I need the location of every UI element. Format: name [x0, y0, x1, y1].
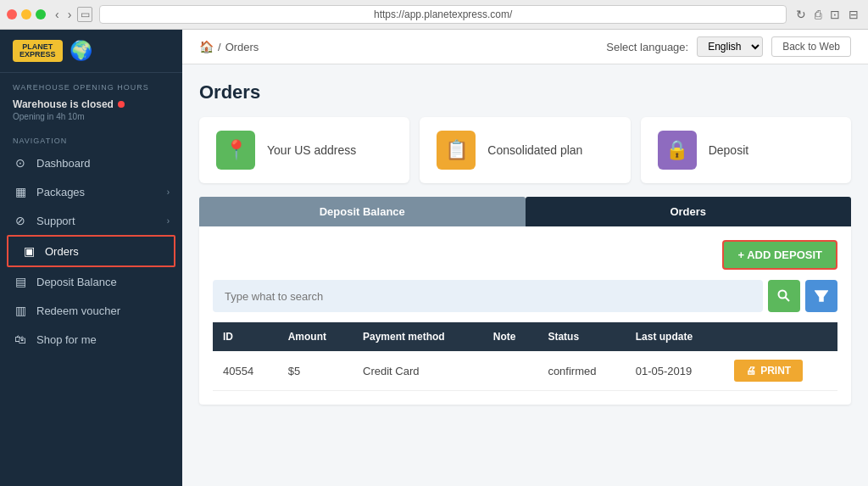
share-button[interactable]: ⎙ [812, 8, 824, 21]
deposit-balance-icon: ▤ [13, 275, 28, 288]
cell-amount: $5 [278, 351, 353, 391]
svg-line-1 [786, 298, 790, 302]
language-select[interactable]: English [697, 36, 763, 57]
top-bar-right: Select language: English Back to Web [606, 36, 851, 57]
maximize-button[interactable] [36, 9, 46, 20]
status-dot-icon [118, 101, 125, 108]
warehouse-status-text: Warehouse is closed [13, 98, 170, 110]
language-label: Select language: [606, 41, 688, 53]
sidebar-item-redeem-voucher-label: Redeem voucher [36, 304, 120, 317]
sidebar-item-support-label: Support [36, 215, 75, 227]
cell-note [483, 351, 538, 391]
support-arrow-icon: › [167, 216, 170, 226]
warehouse-section-title: WAREHOUSE OPENING HOURS [0, 73, 182, 95]
main-content: 🏠 / Orders Select language: English Back… [182, 30, 868, 486]
window-button[interactable]: ⊟ [846, 8, 861, 21]
breadcrumb-home-icon[interactable]: 🏠 [199, 40, 214, 53]
sidebar-item-shop-for-me[interactable]: 🛍 Shop for me [0, 325, 182, 354]
col-status: Status [537, 322, 625, 351]
consolidated-plan-icon: 📋 [437, 131, 476, 170]
top-bar: 🏠 / Orders Select language: English Back… [182, 30, 868, 64]
sidebar-item-dashboard-label: Dashboard [36, 157, 91, 170]
cell-last-update: 01-05-2019 [626, 351, 724, 391]
dashboard-icon: ⊙ [13, 156, 28, 170]
content-area: + ADD DEPOSIT [199, 226, 851, 405]
close-button[interactable] [7, 9, 17, 20]
support-icon: ⊘ [13, 214, 28, 227]
sidebar-item-deposit-balance[interactable]: ▤ Deposit Balance [0, 267, 182, 296]
warehouse-status-area: Warehouse is closed Opening in 4h 10m [0, 95, 182, 128]
page-body: Orders 📍 Your US address 📋 Consolidated … [182, 64, 868, 486]
svg-point-0 [779, 291, 787, 299]
shop-for-me-icon: 🛍 [13, 332, 28, 346]
refresh-button[interactable]: ↻ [793, 8, 809, 21]
search-row [213, 280, 837, 312]
sidebar-item-deposit-balance-label: Deposit Balance [36, 276, 117, 288]
cell-status: confirmed [537, 351, 625, 391]
deposit-card[interactable]: 🔒 Deposit [641, 117, 851, 183]
col-note: Note [483, 322, 538, 351]
logo-express-text: EXPRESS [19, 51, 56, 59]
browser-chrome: ‹ › ▭ https://app.planetexpress.com/ ↻ ⎙… [0, 0, 868, 30]
filter-button[interactable] [805, 280, 837, 312]
orders-table: ID Amount Payment method Note Status Las… [213, 322, 837, 391]
logo-box: PLANET EXPRESS [13, 40, 63, 62]
sidebar-item-packages-label: Packages [36, 186, 85, 198]
back-button[interactable]: ‹ [53, 7, 62, 22]
sidebar: PLANET EXPRESS 🌍 WAREHOUSE OPENING HOURS… [0, 30, 182, 486]
minimize-button[interactable] [21, 9, 31, 20]
us-address-card[interactable]: 📍 Your US address [199, 117, 409, 183]
app-wrapper: PLANET EXPRESS 🌍 WAREHOUSE OPENING HOURS… [0, 30, 868, 486]
orders-icon: ▣ [21, 244, 36, 258]
filter-icon [815, 289, 828, 303]
col-amount: Amount [278, 322, 353, 351]
cell-payment-method: Credit Card [353, 351, 483, 391]
sidebar-item-orders-label: Orders [45, 245, 79, 258]
col-payment-method: Payment method [353, 322, 483, 351]
search-input[interactable] [213, 280, 763, 312]
print-icon: 🖨 [746, 365, 756, 377]
search-button[interactable] [768, 280, 800, 312]
consolidated-plan-label: Consolidated plan [487, 143, 582, 157]
traffic-lights [7, 9, 46, 20]
col-action [724, 322, 837, 351]
cell-id: 40554 [213, 351, 278, 391]
breadcrumb-separator: / [218, 41, 221, 53]
deposit-icon: 🔒 [658, 131, 697, 170]
sidebar-logo: PLANET EXPRESS 🌍 [0, 30, 182, 73]
logo-globe-icon: 🌍 [70, 40, 92, 62]
sidebar-item-support[interactable]: ⊘ Support › [0, 206, 182, 235]
add-deposit-row: + ADD DEPOSIT [213, 240, 837, 270]
sidebar-item-redeem-voucher[interactable]: ▥ Redeem voucher [0, 296, 182, 325]
sidebar-item-dashboard[interactable]: ⊙ Dashboard [0, 148, 182, 177]
add-deposit-button[interactable]: + ADD DEPOSIT [722, 240, 837, 270]
col-last-update: Last update [626, 322, 724, 351]
us-address-icon: 📍 [216, 131, 255, 170]
tab-orders[interactable]: Orders [526, 197, 852, 226]
svg-marker-2 [815, 291, 827, 301]
back-to-web-button[interactable]: Back to Web [771, 36, 851, 57]
sidebar-item-orders[interactable]: ▣ Orders [7, 235, 175, 267]
tab-deposit-balance[interactable]: Deposit Balance [199, 197, 526, 226]
us-address-label: Your US address [267, 143, 356, 157]
search-icon [777, 289, 791, 303]
redeem-voucher-icon: ▥ [13, 304, 28, 317]
browser-actions: ↻ ⎙ ⊡ ⊟ [793, 8, 861, 21]
browser-nav: ‹ › ▭ [53, 7, 92, 22]
page-title: Orders [199, 81, 851, 103]
breadcrumb: 🏠 / Orders [199, 40, 259, 53]
sidebar-item-packages[interactable]: ▦ Packages › [0, 177, 182, 206]
consolidated-plan-card[interactable]: 📋 Consolidated plan [420, 117, 630, 183]
deposit-label: Deposit [709, 143, 748, 157]
nav-section-title: NAVIGATION [0, 128, 182, 148]
tab-view-button[interactable]: ▭ [77, 7, 92, 22]
print-button[interactable]: 🖨 PRINT [734, 360, 803, 382]
table-row: 40554 $5 Credit Card confirmed 01-05-201… [213, 351, 837, 391]
bookmark-button[interactable]: ⊡ [827, 8, 843, 21]
packages-arrow-icon: › [167, 187, 170, 197]
forward-button[interactable]: › [65, 7, 75, 22]
address-bar[interactable]: https://app.planetexpress.com/ [99, 5, 787, 24]
feature-cards: 📍 Your US address 📋 Consolidated plan 🔒 … [199, 117, 851, 183]
warehouse-time: Opening in 4h 10m [13, 112, 170, 121]
breadcrumb-current: Orders [225, 41, 259, 53]
